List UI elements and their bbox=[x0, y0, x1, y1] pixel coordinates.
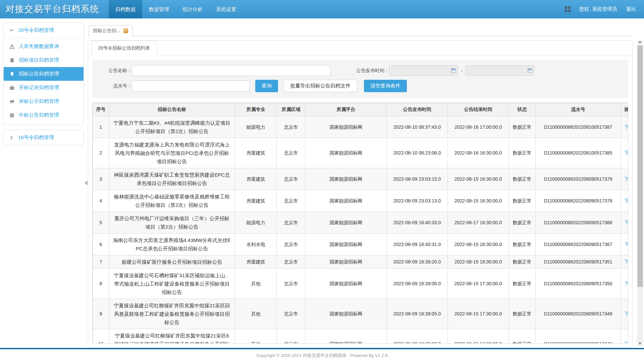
table-row: 4榆林能源洗选中心基础设施零星修缮及栈桥维修工程公开招标项目（第2次）招标公告房… bbox=[93, 190, 629, 212]
sidebar-item-bid-opening-record[interactable]: 开标记录归档管理 bbox=[4, 81, 84, 95]
serial-cell: D1100000088202208090517351 bbox=[536, 255, 621, 269]
platform-cell: 国家能源招标网 bbox=[306, 116, 387, 138]
sidebar-item-label: 评标公示归档管理 bbox=[19, 98, 59, 105]
sidebar-collapse-handle[interactable] bbox=[82, 181, 88, 185]
sidebar-group-title: 10号令归档管理 bbox=[18, 134, 54, 141]
serial-cell: D1100000088202208090517367 bbox=[536, 234, 621, 255]
apps-grid-icon[interactable] bbox=[565, 6, 571, 12]
download-link[interactable]: 下载 bbox=[625, 341, 629, 344]
platform-cell: 国家能源招标网 bbox=[306, 138, 387, 168]
scroll-up-icon[interactable] bbox=[637, 40, 643, 45]
major-cell: 能源电力 bbox=[235, 116, 277, 138]
scroll-down-icon[interactable] bbox=[637, 340, 643, 346]
sidebar-group-20-header[interactable]: 20号令归档管理 bbox=[4, 23, 84, 38]
tab-tender-notice[interactable]: 招标公告归... ✕ bbox=[89, 25, 132, 36]
date-from-input[interactable] bbox=[389, 65, 458, 76]
nav-item[interactable]: 数据管理 bbox=[142, 0, 176, 18]
serial-cell: D1100000088202208090517350 bbox=[536, 269, 621, 299]
publish-cell: 2022-08-09 18:39:05.0 bbox=[387, 299, 448, 329]
download-link[interactable]: 下载 bbox=[625, 176, 629, 182]
serial-cell: D1100000088202208090517349 bbox=[536, 299, 621, 329]
sidebar-item-winning-notice-archive[interactable]: 中标公告归档管理 bbox=[4, 108, 84, 122]
status-cell: 数据正常 bbox=[509, 116, 536, 138]
layout: 20号令归档管理 入库失败数据查询 招标项目归档管理 bbox=[0, 18, 644, 348]
end-cell: 2022-08-15 18:30:00.0 bbox=[448, 255, 509, 269]
operation-cell: 下载 bbox=[621, 329, 629, 344]
download-link[interactable]: 下载 bbox=[625, 281, 629, 286]
calendar-icon bbox=[9, 113, 15, 118]
scrollbar-thumb[interactable] bbox=[637, 46, 643, 287]
date-to-input[interactable] bbox=[466, 65, 534, 76]
status-cell: 数据正常 bbox=[509, 168, 536, 190]
download-link[interactable]: 下载 bbox=[625, 311, 629, 316]
seq-cell: 4 bbox=[93, 190, 109, 212]
major-cell: 房屋建筑 bbox=[235, 138, 277, 168]
operation-cell: 下载 bbox=[621, 212, 629, 234]
serial-input[interactable] bbox=[132, 80, 250, 92]
sidebar-item-label: 招标项目归档管理 bbox=[19, 57, 59, 63]
status-cell: 数据正常 bbox=[509, 299, 536, 329]
sidebar-item-import-fail-query[interactable]: 入库失败数据查询 bbox=[4, 40, 84, 53]
column-header: 序号 bbox=[93, 103, 109, 116]
publish-time-label: 公告发布时间： bbox=[330, 68, 389, 74]
platform-cell: 国家能源招标网 bbox=[306, 329, 387, 344]
export-button[interactable]: 批量导出招标公告归档文件 bbox=[283, 80, 357, 92]
region-cell: 北京市 bbox=[277, 269, 306, 299]
sidebar-item-tender-project-archive[interactable]: 招标项目归档管理 bbox=[4, 53, 84, 67]
header-right: 您好, 系统管理员 退出 bbox=[565, 0, 644, 18]
sidebar-group-10: 10号令归档管理 bbox=[3, 130, 84, 145]
name-cell: 海南公司东方大田富之源养殖场4.43MW分布式光伏EPC总承包公开招标项目招标公… bbox=[109, 234, 235, 255]
name-cell: 宁夏煤业基建公司石槽村煤矿31采区辅助运输上山、带式输送机上山工程矿建设备租赁服… bbox=[109, 269, 235, 299]
publish-cell: 2022-08-09 18:40:33.0 bbox=[387, 212, 448, 234]
column-header: 公告结束时间 bbox=[448, 103, 509, 116]
calendar-icon[interactable] bbox=[527, 68, 532, 74]
logout-button[interactable]: 退出 bbox=[626, 6, 636, 12]
table-row: 6海南公司东方大田富之源养殖场4.43MW分布式光伏EPC总承包公开招标项目招标… bbox=[93, 234, 629, 255]
sidebar-item-tender-notice-archive[interactable]: 招标公告归档管理 bbox=[4, 67, 84, 81]
search-row-1: 公告名称： 公告发布时间： - bbox=[92, 65, 628, 76]
search-form: 公告名称： 公告发布时间： - bbox=[92, 60, 628, 98]
seq-cell: 1 bbox=[93, 116, 109, 138]
name-cell: 神延煤炭西湾露天煤矿职工食堂智慧厨房建设EPC总承包项目公开招标项目招标公告 bbox=[109, 168, 235, 190]
column-header: 流水号 bbox=[536, 103, 621, 116]
status-cell: 数据正常 bbox=[509, 269, 536, 299]
close-icon[interactable]: ✕ bbox=[123, 28, 128, 33]
vertical-scrollbar[interactable] bbox=[637, 40, 643, 346]
archive-table: 序号招标公告名称所属专业所属区域所属平台公告发布时间公告结束时间状态流水号操作 … bbox=[93, 103, 628, 344]
column-header: 所属专业 bbox=[235, 103, 277, 116]
end-cell: 2022-08-15 17:30:00.0 bbox=[448, 329, 509, 344]
name-cell: 宁夏煤业基建公司红柳煤矿井田东翼中组煤21采区6煤辅助运输巷绕道等工程矿建设备租… bbox=[109, 329, 235, 344]
table-row: 2龙源电力福建龙源海上风力发电有限公司漂浮式海上风电与养殖融合研究与示范项目PC… bbox=[93, 138, 629, 168]
platform-cell: 国家能源招标网 bbox=[306, 255, 387, 269]
warning-icon bbox=[9, 44, 15, 49]
download-link[interactable]: 下载 bbox=[625, 259, 629, 264]
major-cell: 水利水电 bbox=[235, 234, 277, 255]
status-cell: 数据正常 bbox=[509, 329, 536, 344]
notice-name-input[interactable] bbox=[132, 65, 330, 76]
sidebar-item-evaluation-publicity[interactable]: 评标公示归档管理 bbox=[4, 95, 84, 108]
chevron-right-icon bbox=[9, 135, 14, 140]
platform-cell: 国家能源招标网 bbox=[306, 299, 387, 329]
table-body: 1宁夏电力宁东二期#3、#4机组深度调峰能力认定项目公开招标项目（第2次）招标公… bbox=[93, 116, 629, 344]
table-row: 10宁夏煤业基建公司红柳煤矿井田东翼中组煤21采区6煤辅助运输巷绕道等工程矿建设… bbox=[93, 329, 629, 344]
download-link[interactable]: 下载 bbox=[625, 198, 629, 203]
region-cell: 北京市 bbox=[277, 299, 306, 329]
sidebar-group-10-header[interactable]: 10号令归档管理 bbox=[4, 130, 84, 145]
download-link[interactable]: 下载 bbox=[625, 220, 629, 225]
megaphone-icon bbox=[9, 99, 15, 104]
sidebar: 20号令归档管理 入库失败数据查询 招标项目归档管理 bbox=[0, 18, 84, 348]
column-header: 操作 bbox=[621, 103, 629, 116]
nav-item[interactable]: 统计分析 bbox=[176, 0, 209, 18]
calendar-icon[interactable] bbox=[451, 68, 456, 74]
clear-button[interactable]: 清空查询条件 bbox=[364, 80, 407, 92]
operation-cell: 下载 bbox=[621, 168, 629, 190]
nav-item[interactable]: 归档数据 bbox=[109, 0, 142, 18]
download-link[interactable]: 下载 bbox=[625, 150, 629, 156]
download-link[interactable]: 下载 bbox=[625, 242, 629, 247]
download-link[interactable]: 下载 bbox=[625, 124, 629, 130]
operation-cell: 下载 bbox=[621, 138, 629, 168]
nav-item[interactable]: 系统设置 bbox=[209, 0, 243, 18]
query-button[interactable]: 查询 bbox=[255, 80, 278, 92]
end-cell: 2022-08-16 17:00:00.0 bbox=[448, 116, 509, 138]
operation-cell: 下载 bbox=[621, 299, 629, 329]
